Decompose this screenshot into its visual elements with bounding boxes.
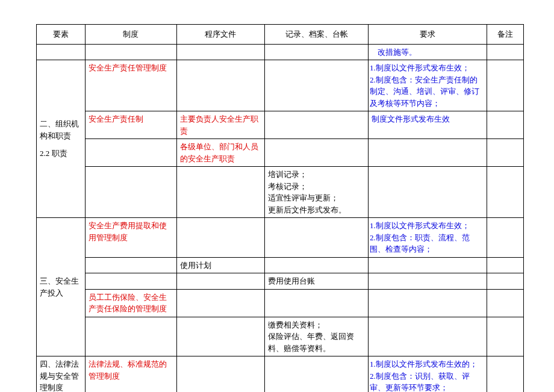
req-cell: 制度文件形式发布生效 (369, 111, 487, 139)
header-remark: 备注 (487, 25, 524, 45)
table-row: 三、安全生产投入 安全生产费用提取和使用管理制度 1.制度以文件形式发布生效； … (37, 218, 524, 258)
req-cell: 1.制度以文件形式发布生效； 2.制度包含：安全生产责任制的制定、沟通、培训、评… (369, 60, 487, 111)
table-row: 改措施等。 (37, 44, 524, 60)
table-row: 各级单位、部门和人员的安全生产职责 (37, 139, 524, 167)
record-item: 考核记录； (268, 181, 365, 193)
table-row: 使用计划 (37, 257, 524, 273)
record-item: 培训记录； (268, 169, 365, 181)
record-item: 适宜性评审与更新； (268, 192, 365, 204)
req-text: 改措施等。 (369, 44, 487, 60)
system-cell: 法律法规、标准规范的管理制度 (85, 356, 176, 393)
table-row: 费用使用台账 (37, 273, 524, 290)
record-cell: 培训记录； 考核记录； 适宜性评审与更新； 更新后文件形式发布。 (265, 167, 369, 218)
req-cell: 1.制度以文件形式发布生效的； 2.制度包含：识别、获取、评审、更新等环节要求；… (369, 356, 487, 393)
procedure-cell: 主要负责人安全生产职责 (176, 111, 265, 139)
record-item: 缴费相关资料； (268, 319, 365, 331)
element-cell: 三、安全生产投入 (37, 218, 86, 356)
header-element: 要素 (37, 25, 86, 45)
element-cell: 二、组织机构和职责 2.2 职责 (37, 60, 86, 218)
record-cell: 费用使用台账 (265, 273, 369, 290)
req-item: 2.制度包含：识别、获取、评审、更新等环节要求； (370, 370, 484, 393)
procedure-cell: 各级单位、部门和人员的安全生产职责 (176, 139, 265, 167)
record-item: 保险评估、年费、返回资料、赔偿等资料。 (268, 331, 365, 354)
req-item: 1.制度以文件形式发布生效的； (370, 358, 484, 370)
header-record: 记录、档案、台帐 (265, 25, 369, 45)
system-cell: 安全生产费用提取和使用管理制度 (85, 218, 176, 258)
table-header-row: 要素 制度 程序文件 记录、档案、台帐 要求 备注 (37, 25, 524, 45)
req-cell: 1.制度以文件形式发布生效； 2.制度包含：职责、流程、范围、检查等内容； (369, 218, 487, 258)
table-row: 安全生产责任制 主要负责人安全生产职责 制度文件形式发布生效 (37, 111, 524, 139)
req-item: 2.制度包含：安全生产责任制的制定、沟通、培训、评审、修订及考核等环节内容； (370, 74, 484, 110)
table-row: 缴费相关资料； 保险评估、年费、返回资料、赔偿等资料。 (37, 317, 524, 356)
document-page: 要素 制度 程序文件 记录、档案、台帐 要求 备注 改措施等。 二、组织机构和职… (0, 0, 554, 392)
req-item: 1.制度以文件形式发布生效； (370, 62, 484, 74)
req-item: 2.制度包含：职责、流程、范围、检查等内容； (370, 232, 484, 255)
record-item: 更新后文件形式发布。 (268, 204, 365, 216)
system-cell: 员工工伤保险、安全生产责任保险的管理制度 (85, 289, 176, 317)
table-row: 四、法律法规与安全管理制度 法律法规、标准规范的管理制度 1.制度以文件形式发布… (37, 356, 524, 393)
header-system: 制度 (85, 25, 176, 45)
table-row: 二、组织机构和职责 2.2 职责 安全生产责任管理制度 1.制度以文件形式发布生… (37, 60, 524, 111)
procedure-cell: 使用计划 (176, 257, 265, 273)
header-procedure: 程序文件 (176, 25, 265, 45)
req-item: 1.制度以文件形式发布生效； (370, 220, 484, 232)
table-row: 培训记录； 考核记录； 适宜性评审与更新； 更新后文件形式发布。 (37, 167, 524, 218)
section-title-line: 2.2 职责 (40, 148, 82, 160)
system-cell: 安全生产责任制 (85, 111, 176, 139)
section-title-line: 二、组织机构和职责 (40, 118, 82, 142)
system-cell: 安全生产责任管理制度 (85, 60, 176, 111)
element-cell: 四、法律法规与安全管理制度 (37, 356, 86, 393)
header-requirement: 要求 (369, 25, 487, 45)
record-cell: 缴费相关资料； 保险评估、年费、返回资料、赔偿等资料。 (265, 317, 369, 356)
requirements-table: 要素 制度 程序文件 记录、档案、台帐 要求 备注 改措施等。 二、组织机构和职… (36, 24, 524, 392)
table-row: 员工工伤保险、安全生产责任保险的管理制度 (37, 289, 524, 317)
